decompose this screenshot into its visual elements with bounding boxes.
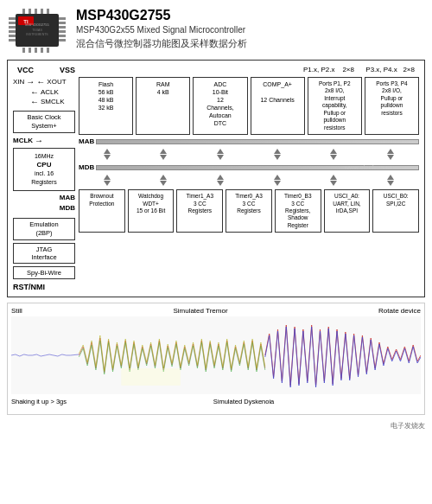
brownout-block: BrownoutProtection <box>79 189 125 233</box>
arrow-ud-4 <box>274 149 281 160</box>
ports-p3p4-block: Ports P3, P42x8 I/O,Pullup orpulldownres… <box>365 77 419 135</box>
rst-nmi-label: RST/NMI <box>13 283 419 291</box>
svg-text:INSTRUMENTS: INSTRUMENTS <box>26 33 48 36</box>
svg-rect-13 <box>22 9 25 14</box>
ports-label: P1.x, P2.x 2×8 P3.x, P4.x 2×8 <box>303 66 415 74</box>
header: TI MSP430G2755 TEXAS INSTRUMENTS MSP430G… <box>7 7 425 54</box>
waveform-section: Still Simulated Tremor Rotate device Sha… <box>7 303 425 415</box>
chinese-title: 混合信号微控制器功能图及采样数据分析 <box>76 37 425 50</box>
svg-rect-18 <box>22 48 25 53</box>
footer: 电子发烧友 <box>7 418 425 431</box>
page-wrapper: TI MSP430G2755 TEXAS INSTRUMENTS MSP430G… <box>0 0 432 437</box>
waveform-svg <box>11 316 421 394</box>
bottom-blocks-row: BrownoutProtection WatchdogWDT+15 or 16 … <box>79 189 419 233</box>
jtag-block: JTAGInterface <box>13 243 75 264</box>
watermark: www.elecfans.com <box>345 164 398 170</box>
right-area: Flash56 kB48 kB32 kB RAM4 kB ADC10-Bit12… <box>79 77 419 279</box>
svg-rect-19 <box>29 48 31 53</box>
timerb-block: Timer0_B33 CCRegisters,ShadowRegister <box>275 189 321 233</box>
xin-xout-area: XIN → ← XOUT ← ACLK ← SMCLK <box>13 77 75 106</box>
mdb-bus-row: MDB www.elecfans.com <box>79 163 419 171</box>
adc-block: ADC10-Bit12Channels,AutocanDTC <box>193 77 247 135</box>
mab-bus-row: MAB <box>79 137 419 145</box>
block-diagram: VCC VSS P1.x, P2.x 2×8 P3.x, P4.x 2×8 XI… <box>7 60 425 297</box>
svg-rect-2 <box>9 22 16 24</box>
waveform-top-labels: Still Simulated Tremor Rotate device <box>11 307 421 315</box>
barrow-4 <box>274 175 281 186</box>
shaking-label: Shaking it up > 3gs <box>11 398 67 405</box>
timer1-block: Timer1_A33 CCRegisters <box>176 189 223 233</box>
vcc-label: VCC <box>17 66 34 74</box>
flash-block: Flash56 kB48 kB32 kB <box>79 77 133 135</box>
ram-block: RAM4 kB <box>136 77 190 135</box>
smclk-label: SMCLK <box>41 98 65 105</box>
chip-subtitle: MSP430G2x55 Mixed Signal Microcontroller <box>76 25 425 35</box>
svg-rect-10 <box>59 30 66 33</box>
rotate-label: Rotate device <box>378 307 421 315</box>
barrow-1 <box>104 175 111 186</box>
mid-arrows <box>79 148 419 161</box>
svg-text:TEXAS: TEXAS <box>32 29 42 32</box>
svg-rect-22 <box>47 48 49 53</box>
svg-rect-8 <box>59 22 66 24</box>
barrow-3 <box>217 175 224 186</box>
arrow-ud-2 <box>160 149 167 160</box>
svg-rect-5 <box>9 35 16 37</box>
still-label: Still <box>11 307 22 315</box>
svg-rect-6 <box>9 39 16 41</box>
dyskenioa-label: Simulated Dyskenoia <box>213 398 274 405</box>
left-column: XIN → ← XOUT ← ACLK ← SMCLK <box>13 77 75 279</box>
simulated-tremor-label: Simulated Tremor <box>173 307 227 315</box>
arrow-ud-3 <box>217 149 224 160</box>
svg-rect-1 <box>9 17 16 20</box>
top-blocks-row: Flash56 kB48 kB32 kB RAM4 kB ADC10-Bit12… <box>79 77 419 135</box>
waveform-bottom-labels: Shaking it up > 3gs Simulated Dyskenoia <box>11 398 421 405</box>
cpu-block: 16MHz CPU incl. 16 Registers <box>13 148 75 192</box>
mdb-label: MDB <box>13 204 75 212</box>
svg-rect-4 <box>9 30 16 33</box>
spy-block: Spy-Bi-Wire <box>13 266 75 279</box>
basic-clock-block: Basic ClockSystem+ <box>13 111 75 133</box>
mclk-label: MCLK <box>13 137 33 144</box>
vss-label: VSS <box>60 66 75 74</box>
svg-rect-12 <box>59 39 66 41</box>
timer0-block: Timer0_A33 CCRegisters <box>226 189 272 233</box>
arrow-ud-1 <box>104 149 111 160</box>
ports-p1p2-block: Ports P1, P22x8 I/O,Interruptcapability,… <box>308 77 362 135</box>
usci-a0-block: USCI_A0:UART, LIN,IrDA,SPI <box>324 189 371 233</box>
svg-rect-7 <box>59 17 66 20</box>
svg-rect-21 <box>41 48 43 53</box>
svg-rect-11 <box>59 35 66 37</box>
arrow-ud-6 <box>387 149 394 160</box>
header-text: MSP430G2755 MSP430G2x55 Mixed Signal Mic… <box>76 7 425 50</box>
xout-label: XOUT <box>47 78 66 86</box>
mab-label: MAB <box>13 194 75 201</box>
bottom-arrows <box>79 174 419 187</box>
aclk-label: ACLK <box>41 88 59 96</box>
chip-image: TI MSP430G2755 TEXAS INSTRUMENTS <box>7 7 67 54</box>
usci-b0-block: USCI_B0:SPI,I2C <box>372 189 419 233</box>
comp-block: COMP_A+12 Channels <box>251 77 305 135</box>
footer-site: 电子发烧友 <box>391 421 425 431</box>
svg-rect-20 <box>35 48 37 53</box>
arrow-ud-5 <box>330 149 337 160</box>
emulation-block: Emulation(2BP) <box>13 218 75 240</box>
svg-rect-16 <box>41 9 43 14</box>
svg-rect-15 <box>35 9 37 14</box>
barrow-6 <box>387 175 394 186</box>
svg-rect-3 <box>9 26 16 29</box>
svg-rect-14 <box>29 9 31 14</box>
chip-title: MSP430G2755 <box>76 7 425 23</box>
main-content: XIN → ← XOUT ← ACLK ← SMCLK <box>13 77 419 279</box>
svg-rect-9 <box>59 26 66 29</box>
mclk-row: MCLK → <box>13 136 75 145</box>
svg-rect-17 <box>47 9 49 14</box>
svg-rect-29 <box>121 368 181 386</box>
watchdog-block: WatchdogWDT+15 or 16 Bit <box>128 189 175 233</box>
barrow-5 <box>330 175 337 186</box>
svg-text:MSP430G2755: MSP430G2755 <box>25 22 49 27</box>
barrow-2 <box>160 175 167 186</box>
xin-label: XIN <box>13 78 24 86</box>
